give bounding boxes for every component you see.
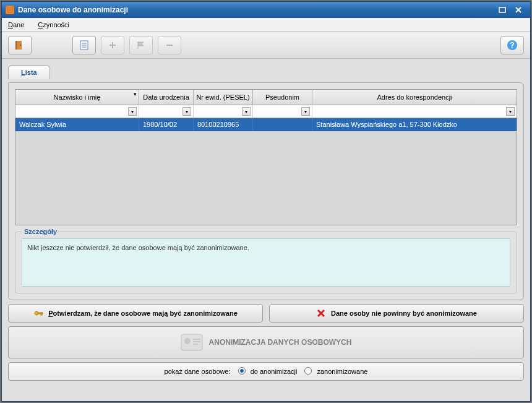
- cell-name: Walczak Sylwia: [15, 118, 139, 131]
- filter-name: ▾: [15, 105, 139, 118]
- col-header-birth[interactable]: Data urodzenia: [139, 90, 194, 105]
- flag-icon: [136, 40, 146, 50]
- tab-lista[interactable]: Lista: [8, 65, 50, 79]
- filter-addr-input[interactable]: [314, 106, 515, 116]
- cell-birth: 1980/10/02: [139, 118, 194, 131]
- svg-rect-0: [499, 7, 505, 12]
- add-button[interactable]: [101, 36, 124, 54]
- svg-rect-23: [193, 341, 200, 342]
- col-header-addr[interactable]: Adres do korespondencji: [312, 90, 517, 105]
- filter-addr: ▾: [312, 105, 517, 118]
- details-group: Szczegóły Nikt jeszcze nie potwierdził, …: [15, 232, 517, 293]
- window-title: Dane osobowe do anonimizacji: [18, 6, 494, 14]
- menu-dane[interactable]: Dane: [6, 20, 27, 30]
- radio-opt1-label: do anonimizacji: [251, 368, 298, 375]
- data-grid: Nazwisko i imię ▾ Data urodzenia Nr ewid…: [15, 89, 517, 225]
- radio-opt2-label: zanonimizowane: [317, 368, 367, 375]
- refresh-button[interactable]: [72, 36, 96, 54]
- maximize-button[interactable]: [494, 4, 510, 15]
- filter-birth-dropdown[interactable]: ▾: [182, 107, 191, 116]
- confirm-button[interactable]: Potwierdzam, że dane osobowe mają być za…: [8, 304, 263, 323]
- svg-point-5: [20, 45, 21, 46]
- anonymize-panel: ANONIMIZACJA DANYCH OSOBOWYCH: [8, 326, 524, 358]
- minus-icon: [165, 41, 174, 50]
- menu-czynnosci[interactable]: Czynności: [35, 20, 72, 30]
- grid-header: Nazwisko i imię ▾ Data urodzenia Nr ewid…: [15, 90, 517, 105]
- confirm-buttons-row: Potwierdzam, że dane osobowe mają być za…: [8, 304, 524, 323]
- app-window: Dane osobowe do anonimizacji Dane Czynno…: [1, 1, 531, 402]
- close-icon: [515, 6, 522, 14]
- radio-panel: pokaż dane osobowe: do anonimizacji zano…: [8, 362, 524, 381]
- door-icon: [14, 40, 25, 51]
- filter-pesel-dropdown[interactable]: ▾: [242, 107, 251, 116]
- titlebar: Dane osobowe do anonimizacji: [2, 2, 530, 18]
- cell-alias: [253, 118, 312, 131]
- plus-icon: [108, 41, 117, 50]
- radio-opt2[interactable]: [304, 367, 312, 375]
- details-legend: Szczegóły: [22, 228, 59, 235]
- id-card-icon: [181, 334, 203, 351]
- col-header-pesel[interactable]: Nr ewid. (PESEL): [194, 90, 253, 105]
- radio-opt1[interactable]: [238, 367, 246, 375]
- deny-button[interactable]: Dane osoby nie powinny być anonimizowane: [269, 304, 524, 323]
- filter-birth: ▾: [139, 105, 194, 118]
- cell-pesel: 80100210965: [194, 118, 253, 131]
- col-header-name[interactable]: Nazwisko i imię ▾: [15, 90, 139, 105]
- page-icon: [79, 40, 89, 51]
- details-text: Nikt jeszcze nie potwierdził, że dane os…: [22, 238, 510, 287]
- col-header-alias[interactable]: Pseudonim: [253, 90, 312, 105]
- grid-filter-row: ▾ ▾ ▾ ▾ ▾: [15, 105, 517, 118]
- toolbar: ?: [2, 32, 530, 59]
- filter-name-dropdown[interactable]: ▾: [128, 107, 137, 116]
- menubar: Dane Czynności: [2, 18, 530, 32]
- svg-rect-24: [193, 344, 198, 345]
- close-button[interactable]: [510, 4, 526, 15]
- help-icon: ?: [507, 40, 518, 51]
- grid-body: Walczak Sylwia 1980/10/02 80100210965 St…: [15, 118, 517, 225]
- radio-label: pokaż dane osobowe:: [165, 368, 231, 375]
- maximize-icon: [499, 7, 506, 13]
- app-icon: [6, 6, 14, 14]
- confirm-button-label: Potwierdzam, że dane osobowe mają być za…: [48, 310, 238, 317]
- table-row[interactable]: Walczak Sylwia 1980/10/02 80100210965 St…: [15, 118, 517, 131]
- filter-pesel: ▾: [194, 105, 253, 118]
- filter-addr-dropdown[interactable]: ▾: [506, 107, 515, 116]
- svg-text:?: ?: [510, 41, 514, 50]
- x-icon: [316, 308, 326, 318]
- cell-addr: Stanisława Wyspiańskiego a1, 57-300 Kłod…: [312, 118, 517, 131]
- remove-button[interactable]: [158, 36, 181, 54]
- tabpanel-lista: Nazwisko i imię ▾ Data urodzenia Nr ewid…: [8, 82, 524, 300]
- key-icon: [33, 308, 43, 318]
- deny-button-label: Dane osoby nie powinny być anonimizowane: [331, 310, 477, 317]
- edit-button[interactable]: [129, 36, 153, 54]
- filter-alias-dropdown[interactable]: ▾: [301, 107, 310, 116]
- sort-indicator-icon: ▾: [134, 91, 137, 97]
- svg-rect-17: [41, 313, 42, 315]
- content-area: Lista Nazwisko i imię ▾ Data urodzenia N…: [2, 59, 530, 401]
- anonymize-panel-label: ANONIMIZACJA DANYCH OSOBOWYCH: [209, 338, 352, 347]
- filter-name-input[interactable]: [17, 106, 137, 116]
- svg-point-21: [184, 338, 191, 344]
- tabstrip: Lista: [8, 63, 524, 79]
- exit-button[interactable]: [8, 36, 32, 54]
- svg-rect-22: [193, 339, 200, 340]
- filter-alias: ▾: [253, 105, 312, 118]
- help-button[interactable]: ?: [500, 36, 524, 54]
